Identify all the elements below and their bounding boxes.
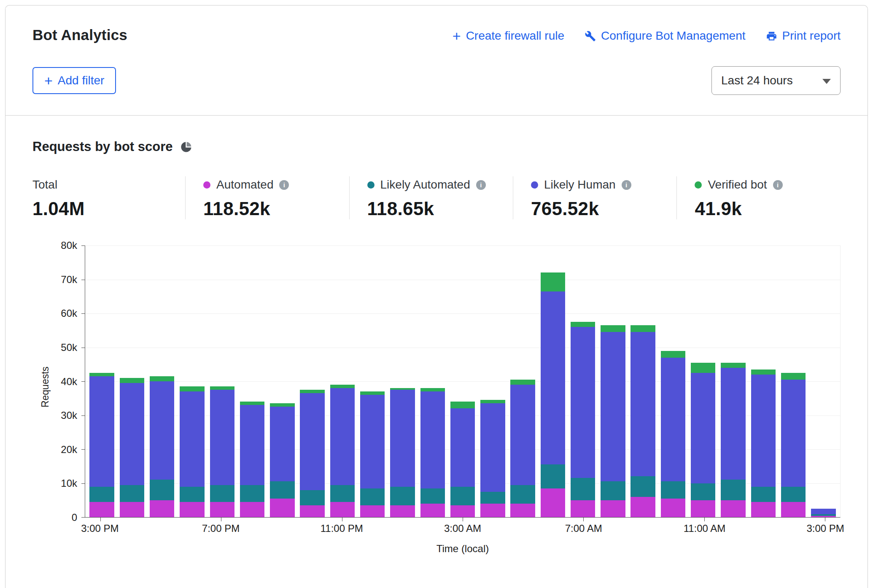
segment-verified-bot[interactable] xyxy=(450,402,475,408)
stacked-bar-5-00-pm[interactable] xyxy=(150,245,174,517)
segment-likely-automated[interactable] xyxy=(781,487,806,502)
segment-verified-bot[interactable] xyxy=(781,373,806,380)
segment-verified-bot[interactable] xyxy=(89,373,114,376)
stacked-bar-4-00-am[interactable] xyxy=(480,245,505,517)
stacked-bar-3-00-pm[interactable] xyxy=(89,245,114,517)
stacked-bar-3-00-pm[interactable] xyxy=(811,245,835,517)
segment-likely-human[interactable] xyxy=(330,388,355,485)
segment-likely-human[interactable] xyxy=(781,380,806,487)
segment-automated[interactable] xyxy=(89,502,114,517)
stacked-bar-11-00-am[interactable] xyxy=(691,245,715,517)
segment-likely-automated[interactable] xyxy=(541,464,565,488)
stacked-bar-10-00-am[interactable] xyxy=(661,245,685,517)
segment-verified-bot[interactable] xyxy=(510,380,535,385)
segment-verified-bot[interactable] xyxy=(360,391,385,395)
segment-likely-automated[interactable] xyxy=(300,490,324,505)
segment-likely-human[interactable] xyxy=(661,358,685,482)
segment-verified-bot[interactable] xyxy=(300,390,324,393)
segment-automated[interactable] xyxy=(691,500,715,517)
create-firewall-rule-link[interactable]: + Create firewall rule xyxy=(453,29,564,43)
segment-automated[interactable] xyxy=(180,502,204,517)
segment-likely-automated[interactable] xyxy=(450,487,475,505)
segment-likely-automated[interactable] xyxy=(390,487,415,505)
stacked-bar-6-00-pm[interactable] xyxy=(180,245,204,517)
segment-verified-bot[interactable] xyxy=(571,322,595,327)
time-range-select[interactable]: Last 24 hours xyxy=(711,66,841,95)
segment-automated[interactable] xyxy=(270,499,294,517)
segment-automated[interactable] xyxy=(601,500,625,517)
stacked-bar-1-00-pm[interactable] xyxy=(751,245,776,517)
segment-verified-bot[interactable] xyxy=(420,388,445,391)
segment-likely-automated[interactable] xyxy=(480,492,505,504)
segment-likely-human[interactable] xyxy=(510,385,535,485)
info-icon[interactable]: i xyxy=(279,180,289,190)
segment-likely-automated[interactable] xyxy=(120,485,144,502)
segment-likely-automated[interactable] xyxy=(270,481,294,498)
segment-automated[interactable] xyxy=(630,497,655,517)
segment-automated[interactable] xyxy=(781,502,806,517)
stacked-bar-12-00-pm[interactable] xyxy=(721,245,745,517)
segment-verified-bot[interactable] xyxy=(661,351,685,358)
segment-likely-automated[interactable] xyxy=(240,485,264,502)
segment-verified-bot[interactable] xyxy=(541,272,565,291)
segment-automated[interactable] xyxy=(300,505,324,517)
segment-likely-human[interactable] xyxy=(811,509,835,514)
segment-likely-human[interactable] xyxy=(751,375,776,487)
segment-automated[interactable] xyxy=(210,502,234,517)
segment-automated[interactable] xyxy=(811,516,835,517)
stacked-bar-6-00-am[interactable] xyxy=(541,245,565,517)
stacked-bar-11-00-pm[interactable] xyxy=(330,245,355,517)
configure-bot-management-link[interactable]: Configure Bot Management xyxy=(585,29,745,43)
stacked-bar-1-00-am[interactable] xyxy=(390,245,415,517)
segment-automated[interactable] xyxy=(390,505,415,517)
segment-likely-automated[interactable] xyxy=(751,487,776,502)
add-filter-button[interactable]: + Add filter xyxy=(32,67,116,94)
segment-likely-automated[interactable] xyxy=(601,481,625,500)
segment-likely-automated[interactable] xyxy=(420,488,445,504)
segment-automated[interactable] xyxy=(120,502,144,517)
segment-likely-human[interactable] xyxy=(89,376,114,487)
segment-likely-automated[interactable] xyxy=(360,488,385,505)
segment-likely-human[interactable] xyxy=(180,391,204,486)
stacked-bar-5-00-am[interactable] xyxy=(510,245,535,517)
segment-likely-human[interactable] xyxy=(721,368,745,480)
segment-automated[interactable] xyxy=(150,500,174,517)
segment-likely-automated[interactable] xyxy=(89,487,114,502)
stacked-bar-12-00-am[interactable] xyxy=(360,245,385,517)
segment-likely-automated[interactable] xyxy=(571,478,595,500)
segment-likely-human[interactable] xyxy=(480,403,505,491)
segment-automated[interactable] xyxy=(541,488,565,517)
segment-verified-bot[interactable] xyxy=(210,386,234,390)
segment-verified-bot[interactable] xyxy=(751,370,776,375)
segment-automated[interactable] xyxy=(480,504,505,517)
segment-verified-bot[interactable] xyxy=(480,400,505,403)
segment-verified-bot[interactable] xyxy=(120,378,144,383)
segment-verified-bot[interactable] xyxy=(691,363,715,373)
segment-verified-bot[interactable] xyxy=(270,403,294,407)
segment-likely-automated[interactable] xyxy=(510,485,535,504)
stacked-bar-3-00-am[interactable] xyxy=(450,245,475,517)
segment-automated[interactable] xyxy=(450,505,475,517)
info-icon[interactable]: i xyxy=(476,180,486,190)
segment-likely-human[interactable] xyxy=(390,390,415,486)
stacked-bar-9-00-pm[interactable] xyxy=(270,245,294,517)
stacked-bar-10-00-pm[interactable] xyxy=(300,245,324,517)
segment-automated[interactable] xyxy=(330,502,355,517)
stacked-bar-2-00-am[interactable] xyxy=(420,245,445,517)
segment-likely-human[interactable] xyxy=(300,393,324,490)
segment-likely-human[interactable] xyxy=(541,291,565,465)
segment-likely-human[interactable] xyxy=(360,395,385,488)
segment-verified-bot[interactable] xyxy=(150,376,174,381)
segment-likely-automated[interactable] xyxy=(330,485,355,502)
segment-likely-automated[interactable] xyxy=(150,480,174,500)
stacked-bar-7-00-am[interactable] xyxy=(571,245,595,517)
segment-automated[interactable] xyxy=(360,505,385,517)
segment-likely-human[interactable] xyxy=(120,383,144,485)
segment-likely-human[interactable] xyxy=(601,332,625,481)
segment-verified-bot[interactable] xyxy=(630,325,655,332)
segment-likely-human[interactable] xyxy=(150,381,174,480)
info-icon[interactable]: i xyxy=(773,180,783,190)
stacked-bar-9-00-am[interactable] xyxy=(630,245,655,517)
segment-likely-human[interactable] xyxy=(240,405,264,485)
print-report-link[interactable]: Print report xyxy=(766,29,841,43)
